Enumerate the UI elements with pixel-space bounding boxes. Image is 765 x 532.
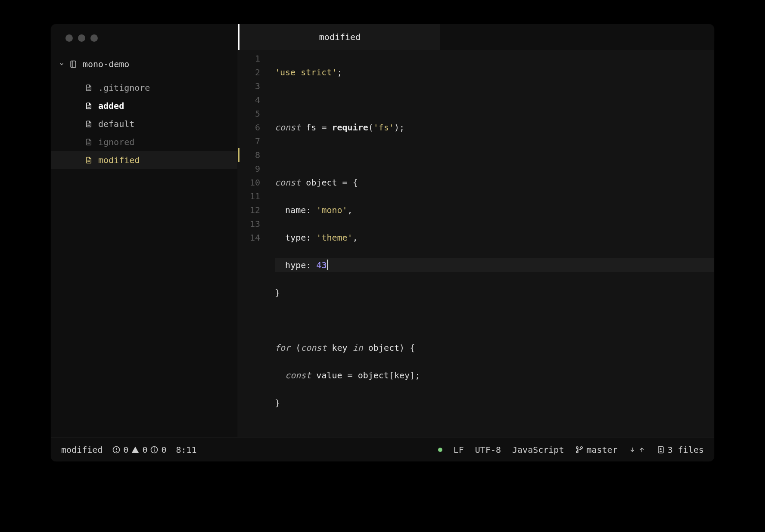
code-token: key bbox=[327, 343, 352, 353]
status-eol[interactable]: LF bbox=[454, 445, 464, 455]
status-sync[interactable] bbox=[629, 446, 645, 453]
file-icon bbox=[85, 83, 93, 93]
info-icon bbox=[150, 445, 159, 454]
code-token: name bbox=[285, 205, 306, 215]
code-editor[interactable]: 1 2 3 4 5 6 7 8 9 10 11 12 13 14 'use st… bbox=[238, 50, 714, 437]
error-count: 0 bbox=[123, 445, 128, 455]
code-token: = bbox=[348, 370, 358, 380]
svg-rect-0 bbox=[71, 61, 76, 68]
svg-point-7 bbox=[576, 446, 578, 448]
text-cursor bbox=[327, 260, 328, 270]
window-controls bbox=[51, 24, 237, 56]
code-token: hype bbox=[285, 260, 306, 270]
tab-modified[interactable]: modified bbox=[238, 24, 440, 50]
code-token: require bbox=[332, 122, 368, 133]
warning-count: 0 bbox=[142, 445, 147, 455]
code-token: 'mono' bbox=[316, 205, 347, 215]
code-content[interactable]: 'use strict'; const fs = require('fs'); … bbox=[266, 52, 714, 437]
file-label: default bbox=[98, 119, 134, 129]
code-token: in bbox=[353, 343, 363, 353]
file-modified[interactable]: modified bbox=[51, 151, 237, 169]
svg-point-6 bbox=[154, 448, 155, 448]
code-token: = bbox=[316, 122, 332, 133]
file-icon bbox=[85, 137, 93, 147]
traffic-minimize-icon[interactable] bbox=[78, 34, 85, 42]
file-label: .gitignore bbox=[98, 83, 150, 93]
diff-file-count: 3 files bbox=[668, 445, 704, 455]
status-filename[interactable]: modified bbox=[61, 445, 103, 455]
code-token: ); bbox=[394, 122, 404, 133]
file-ignored[interactable]: ignored bbox=[51, 133, 237, 151]
code-token: ( bbox=[290, 343, 301, 353]
status-diff[interactable]: 3 files bbox=[656, 445, 704, 455]
branch-name: master bbox=[586, 445, 617, 455]
code-token: ( bbox=[368, 122, 373, 133]
code-token: object bbox=[358, 370, 389, 380]
code-token: ) { bbox=[399, 343, 415, 353]
code-token: const bbox=[275, 122, 301, 133]
editor-window: mono-demo .gitignore added default ign bbox=[51, 24, 714, 461]
code-token: [key]; bbox=[389, 370, 420, 380]
main-split: mono-demo .gitignore added default ign bbox=[51, 24, 714, 437]
code-token: for bbox=[275, 343, 290, 353]
file-label: added bbox=[98, 101, 124, 111]
file-default[interactable]: default bbox=[51, 115, 237, 133]
code-token: 'fs' bbox=[373, 122, 394, 133]
code-token: const bbox=[275, 177, 301, 188]
sidebar: mono-demo .gitignore added default ign bbox=[51, 24, 238, 437]
code-token: } bbox=[275, 398, 280, 408]
file-icon bbox=[85, 101, 93, 111]
project-root[interactable]: mono-demo bbox=[51, 56, 237, 72]
code-token: = bbox=[342, 177, 353, 188]
code-token: object bbox=[363, 343, 399, 353]
info-count: 0 bbox=[161, 445, 166, 455]
code-token: { bbox=[353, 177, 358, 188]
code-token: } bbox=[275, 288, 280, 298]
code-token: type bbox=[285, 232, 306, 243]
status-language[interactable]: JavaScript bbox=[512, 445, 564, 455]
status-bar: modified 0 0 0 8:11 LF UTF-8 JavaScript bbox=[51, 437, 714, 461]
arrow-up-icon bbox=[638, 446, 645, 453]
status-diagnostics[interactable]: 0 0 0 bbox=[112, 445, 166, 455]
file-added[interactable]: added bbox=[51, 97, 237, 115]
code-token: 43 bbox=[316, 260, 327, 270]
warning-icon bbox=[131, 445, 140, 454]
traffic-close-icon[interactable] bbox=[65, 34, 73, 42]
tab-bar: modified bbox=[238, 24, 714, 50]
code-token: object bbox=[301, 177, 342, 188]
status-dot-icon bbox=[438, 448, 442, 452]
status-cursor-position[interactable]: 8:11 bbox=[176, 445, 196, 455]
code-token: const bbox=[285, 370, 311, 380]
file-gitignore[interactable]: .gitignore bbox=[51, 79, 237, 97]
line-gutter: 1 2 3 4 5 6 7 8 9 10 11 12 13 14 bbox=[238, 52, 266, 437]
arrow-down-icon bbox=[629, 446, 636, 453]
diff-icon bbox=[656, 445, 665, 454]
file-icon bbox=[85, 119, 93, 129]
svg-point-8 bbox=[576, 451, 578, 452]
code-token: const bbox=[301, 343, 327, 353]
traffic-zoom-icon[interactable] bbox=[90, 34, 98, 42]
file-tree: .gitignore added default ignored modifie… bbox=[51, 79, 237, 169]
file-icon bbox=[85, 155, 93, 165]
code-token: fs bbox=[306, 122, 316, 133]
svg-point-9 bbox=[581, 446, 582, 448]
editor-pane: modified 1 2 3 4 5 6 7 8 9 10 11 12 1 bbox=[238, 24, 714, 437]
chevron-down-icon bbox=[59, 61, 65, 67]
repo-icon bbox=[69, 60, 78, 68]
status-encoding[interactable]: UTF-8 bbox=[475, 445, 501, 455]
code-token: value bbox=[311, 370, 347, 380]
code-token: 'theme' bbox=[316, 232, 352, 243]
file-label: modified bbox=[98, 155, 140, 165]
git-branch-icon bbox=[575, 445, 584, 454]
svg-point-3 bbox=[116, 451, 117, 452]
file-label: ignored bbox=[98, 137, 134, 147]
project-name: mono-demo bbox=[83, 59, 129, 69]
error-icon bbox=[112, 445, 121, 454]
code-token: 'use strict' bbox=[275, 67, 337, 77]
status-branch[interactable]: master bbox=[575, 445, 617, 455]
tab-label: modified bbox=[319, 32, 361, 42]
